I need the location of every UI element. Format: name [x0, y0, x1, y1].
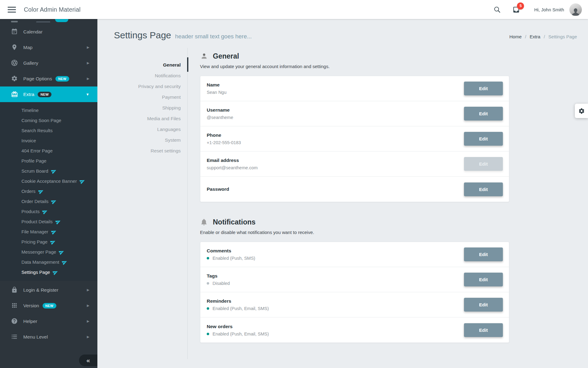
sidebar-item-label: Extra — [23, 92, 34, 97]
submenu-item-pricing-page[interactable]: Pricing Page — [0, 237, 97, 247]
sidebar-item-login-register[interactable]: Login & Register ▶ — [0, 282, 97, 298]
row-label: Password — [207, 186, 229, 192]
sidebar-item-extra[interactable]: Extra NEW ▼ — [0, 86, 97, 102]
sidebar-item-map[interactable]: Map ▶ — [0, 40, 97, 55]
clipped-new-badge-fragment — [55, 19, 68, 22]
row-value: Enabled (Push, Email, SMS) — [207, 306, 269, 311]
breadcrumb-extra[interactable]: Extra — [530, 34, 540, 39]
sidebar-collapse-button[interactable]: « — [79, 355, 97, 366]
submenu-item-settings-page[interactable]: Settings Page — [0, 267, 97, 277]
submenu-item-coming-soon-page[interactable]: Coming Soon Page — [0, 115, 97, 125]
submenu-item-search-results[interactable]: Search Results — [0, 125, 97, 136]
submenu-item-404-error-page[interactable]: 404 Error Page — [0, 146, 97, 156]
submenu-item-timeline[interactable]: Timeline — [0, 105, 97, 115]
settings-nav-general[interactable]: General — [97, 59, 181, 70]
edit-new-orders-button[interactable]: Edit — [464, 323, 503, 337]
edit-password-button[interactable]: Edit — [464, 182, 503, 196]
row-label: Tags — [207, 273, 230, 279]
sidebar-item-menu-level[interactable]: Menu Level ▶ — [0, 329, 97, 345]
avatar[interactable] — [569, 3, 582, 16]
person-icon — [200, 52, 208, 60]
edit-phone-button[interactable]: Edit — [464, 132, 503, 146]
settings-nav-reset-settings[interactable]: Reset settings — [97, 145, 181, 156]
edit-name-button[interactable]: Edit — [464, 82, 503, 95]
send-icon — [50, 198, 58, 205]
settings-nav-privacy-and-security[interactable]: Privacy and security — [97, 81, 181, 92]
notifications-button[interactable]: 5 — [512, 6, 520, 13]
submenu-item-orders[interactable]: Orders — [0, 186, 97, 196]
chevron-right-icon: ▶ — [87, 61, 89, 65]
edit-email-button: Edit — [464, 157, 503, 171]
send-icon — [58, 248, 65, 256]
hamburger-icon[interactable] — [8, 7, 16, 13]
lock-icon — [11, 286, 18, 294]
gift-icon — [11, 91, 18, 98]
submenu-item-products[interactable]: Products — [0, 206, 97, 217]
submenu-item-product-details[interactable]: Product Details — [0, 217, 97, 227]
setting-row-username: Username @seantheme Edit — [200, 101, 509, 126]
section-title: General — [213, 52, 239, 60]
section-description: Enable or disable what notifications you… — [200, 230, 509, 235]
sidebar-bottom-menu: Login & Register ▶ Version NEW ▶ Helper … — [0, 282, 97, 345]
settings-nav-notifications[interactable]: Notifications — [97, 70, 181, 81]
send-icon — [61, 259, 68, 266]
settings-nav-media-and-files[interactable]: Media and Files — [97, 113, 181, 124]
active-nav-indicator — [187, 57, 188, 72]
submenu-item-data-management[interactable]: Data Management — [0, 257, 97, 267]
row-value: +1-202-555-0183 — [207, 140, 241, 145]
submenu-item-file-manager[interactable]: File Manager — [0, 227, 97, 237]
edit-comments-button[interactable]: Edit — [464, 247, 503, 261]
row-label: Email address — [207, 158, 258, 163]
submenu-item-messenger-page[interactable]: Messenger Page — [0, 247, 97, 257]
setting-row-new-orders: New orders Enabled (Push, Email, SMS) Ed… — [200, 317, 509, 343]
edit-tags-button[interactable]: Edit — [464, 273, 503, 286]
status-dot-enabled — [207, 257, 209, 259]
row-value: support@seantheme.com — [207, 165, 258, 170]
submenu-item-invoice[interactable]: Invoice — [0, 136, 97, 146]
notification-count-badge: 5 — [517, 2, 524, 10]
gear-icon — [578, 108, 585, 114]
breadcrumb-separator: / — [544, 34, 545, 39]
sidebar-item-label: Map — [23, 45, 32, 50]
chevron-right-icon: ▶ — [87, 304, 89, 308]
search-icon[interactable] — [494, 6, 501, 13]
status-dot-enabled — [207, 333, 209, 335]
submenu-item-order-details[interactable]: Order Details — [0, 196, 97, 206]
sidebar-item-helper[interactable]: Helper ▶ — [0, 313, 97, 329]
submenu-label: Settings Page — [21, 270, 50, 275]
row-value: Disabled — [207, 281, 230, 286]
sidebar-item-label: Menu Level — [23, 334, 48, 340]
settings-nav-shipping[interactable]: Shipping — [97, 102, 181, 113]
row-value: @seantheme — [207, 115, 233, 120]
breadcrumb-home[interactable]: Home — [509, 34, 522, 39]
chevron-right-icon: ▶ — [87, 77, 89, 81]
submenu-label: Orders — [21, 189, 36, 194]
row-label: Username — [207, 107, 233, 113]
setting-row-email: Email address support@seantheme.com Edit — [200, 151, 509, 177]
sidebar-item-label: Version — [23, 303, 39, 309]
edit-username-button[interactable]: Edit — [464, 107, 503, 121]
submenu-item-cookie-acceptance-banner[interactable]: Cookie Acceptance Banner — [0, 176, 97, 186]
sidebar-item-gallery[interactable]: Gallery ▶ — [0, 55, 97, 71]
page-subtitle: header small text goes here... — [175, 33, 252, 40]
theme-settings-button[interactable] — [575, 104, 588, 118]
app-header: Color Admin Material 5 Hi, John Smith — [0, 0, 588, 19]
setting-row-phone: Phone +1-202-555-0183 Edit — [200, 126, 509, 151]
app-title: Color Admin Material — [24, 6, 81, 13]
chevron-right-icon: ▶ — [87, 319, 89, 323]
settings-nav-payment[interactable]: Payment — [97, 92, 181, 102]
sidebar-item-page-options[interactable]: Page Options NEW ▶ — [0, 71, 97, 86]
settings-nav-system[interactable]: System — [97, 135, 181, 145]
row-label: Name — [207, 82, 227, 88]
grid-icon — [11, 302, 18, 309]
submenu-label: Data Management — [21, 259, 59, 265]
sidebar-item-label: Gallery — [23, 60, 38, 66]
edit-reminders-button[interactable]: Edit — [464, 298, 503, 312]
new-badge: NEW — [55, 76, 69, 82]
submenu-item-profile-page[interactable]: Profile Page — [0, 156, 97, 166]
new-badge: NEW — [43, 303, 56, 309]
sidebar-item-calendar[interactable]: Calendar — [0, 24, 97, 40]
settings-nav-languages[interactable]: Languages — [97, 124, 181, 135]
submenu-item-scrum-board[interactable]: Scrum Board — [0, 166, 97, 176]
sidebar-item-version[interactable]: Version NEW ▶ — [0, 298, 97, 313]
